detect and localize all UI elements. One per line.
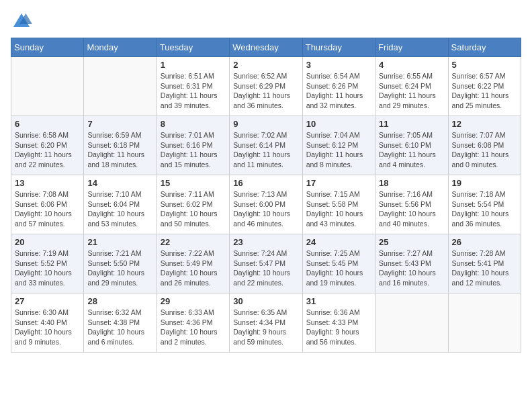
logo — [11, 11, 35, 32]
day-info: Sunrise: 6:35 AMSunset: 4:34 PMDaylight:… — [233, 308, 298, 347]
calendar-cell: 31Sunrise: 6:36 AMSunset: 4:33 PMDayligh… — [302, 293, 375, 353]
day-info: Sunrise: 7:22 AMSunset: 5:49 PMDaylight:… — [161, 248, 226, 288]
day-info: Sunrise: 7:08 AMSunset: 6:06 PMDaylight:… — [15, 189, 80, 229]
day-of-week-header: Sunday — [11, 38, 84, 57]
day-info: Sunrise: 7:27 AMSunset: 5:43 PMDaylight:… — [379, 248, 444, 288]
calendar-cell: 21Sunrise: 7:21 AMSunset: 5:50 PMDayligh… — [84, 234, 157, 293]
day-of-week-header: Friday — [375, 38, 448, 57]
page-header — [11, 11, 521, 32]
day-info: Sunrise: 7:05 AMSunset: 6:10 PMDaylight:… — [379, 130, 444, 170]
day-number: 30 — [233, 296, 298, 306]
calendar-cell: 22Sunrise: 7:22 AMSunset: 5:49 PMDayligh… — [157, 234, 229, 293]
day-info: Sunrise: 7:10 AMSunset: 6:04 PMDaylight:… — [87, 189, 152, 229]
day-of-week-header: Tuesday — [157, 38, 229, 57]
day-number: 7 — [87, 119, 152, 129]
day-info: Sunrise: 6:32 AMSunset: 4:38 PMDaylight:… — [87, 308, 152, 347]
calendar-cell: 30Sunrise: 6:35 AMSunset: 4:34 PMDayligh… — [230, 293, 302, 353]
day-info: Sunrise: 7:11 AMSunset: 6:02 PMDaylight:… — [161, 189, 226, 229]
calendar-week-row: 20Sunrise: 7:19 AMSunset: 5:52 PMDayligh… — [11, 234, 521, 293]
day-number: 13 — [15, 178, 80, 188]
day-info: Sunrise: 7:25 AMSunset: 5:45 PMDaylight:… — [306, 248, 371, 288]
day-number: 5 — [452, 60, 517, 70]
day-number: 31 — [306, 296, 371, 306]
day-info: Sunrise: 7:19 AMSunset: 5:52 PMDaylight:… — [15, 248, 80, 288]
calendar-cell: 7Sunrise: 6:59 AMSunset: 6:18 PMDaylight… — [84, 116, 157, 175]
calendar-cell: 6Sunrise: 6:58 AMSunset: 6:20 PMDaylight… — [11, 116, 84, 175]
calendar-cell: 10Sunrise: 7:04 AMSunset: 6:12 PMDayligh… — [302, 116, 375, 175]
day-number: 4 — [379, 60, 444, 70]
day-number: 19 — [452, 178, 517, 188]
calendar-week-row: 6Sunrise: 6:58 AMSunset: 6:20 PMDaylight… — [11, 116, 521, 175]
calendar-cell — [84, 57, 157, 116]
day-number: 14 — [87, 178, 152, 188]
day-of-week-header: Saturday — [448, 38, 521, 57]
day-number: 3 — [306, 60, 371, 70]
calendar-cell: 20Sunrise: 7:19 AMSunset: 5:52 PMDayligh… — [11, 234, 84, 293]
calendar-cell: 29Sunrise: 6:33 AMSunset: 4:36 PMDayligh… — [157, 293, 229, 353]
calendar-week-row: 27Sunrise: 6:30 AMSunset: 4:40 PMDayligh… — [11, 293, 521, 353]
calendar-cell: 8Sunrise: 7:01 AMSunset: 6:16 PMDaylight… — [157, 116, 229, 175]
day-of-week-header: Wednesday — [230, 38, 302, 57]
day-number: 24 — [306, 237, 371, 247]
day-info: Sunrise: 7:21 AMSunset: 5:50 PMDaylight:… — [87, 248, 152, 288]
day-number: 1 — [161, 60, 226, 70]
day-number: 18 — [379, 178, 444, 188]
day-info: Sunrise: 6:33 AMSunset: 4:36 PMDaylight:… — [161, 308, 226, 347]
calendar-cell: 4Sunrise: 6:55 AMSunset: 6:24 PMDaylight… — [375, 57, 448, 116]
calendar-cell: 13Sunrise: 7:08 AMSunset: 6:06 PMDayligh… — [11, 175, 84, 234]
calendar-cell — [11, 57, 84, 116]
calendar-cell: 3Sunrise: 6:54 AMSunset: 6:26 PMDaylight… — [302, 57, 375, 116]
day-info: Sunrise: 6:51 AMSunset: 6:31 PMDaylight:… — [161, 71, 226, 111]
day-number: 29 — [161, 296, 226, 306]
day-number: 6 — [15, 119, 80, 129]
day-number: 15 — [161, 178, 226, 188]
day-info: Sunrise: 7:04 AMSunset: 6:12 PMDaylight:… — [306, 130, 371, 170]
day-number: 2 — [233, 60, 298, 70]
day-info: Sunrise: 7:16 AMSunset: 5:56 PMDaylight:… — [379, 189, 444, 229]
calendar-cell: 1Sunrise: 6:51 AMSunset: 6:31 PMDaylight… — [157, 57, 229, 116]
calendar-cell: 17Sunrise: 7:15 AMSunset: 5:58 PMDayligh… — [302, 175, 375, 234]
day-number: 12 — [452, 119, 517, 129]
day-number: 21 — [87, 237, 152, 247]
calendar-cell: 25Sunrise: 7:27 AMSunset: 5:43 PMDayligh… — [375, 234, 448, 293]
day-number: 25 — [379, 237, 444, 247]
calendar-cell: 2Sunrise: 6:52 AMSunset: 6:29 PMDaylight… — [230, 57, 302, 116]
calendar-cell: 5Sunrise: 6:57 AMSunset: 6:22 PMDaylight… — [448, 57, 521, 116]
day-info: Sunrise: 6:36 AMSunset: 4:33 PMDaylight:… — [306, 308, 371, 347]
calendar-cell: 14Sunrise: 7:10 AMSunset: 6:04 PMDayligh… — [84, 175, 157, 234]
calendar-cell: 27Sunrise: 6:30 AMSunset: 4:40 PMDayligh… — [11, 293, 84, 353]
calendar-cell: 16Sunrise: 7:13 AMSunset: 6:00 PMDayligh… — [230, 175, 302, 234]
day-number: 23 — [233, 237, 298, 247]
calendar-week-row: 13Sunrise: 7:08 AMSunset: 6:06 PMDayligh… — [11, 175, 521, 234]
day-info: Sunrise: 7:28 AMSunset: 5:41 PMDaylight:… — [452, 248, 517, 288]
day-number: 10 — [306, 119, 371, 129]
day-info: Sunrise: 6:57 AMSunset: 6:22 PMDaylight:… — [452, 71, 517, 111]
day-info: Sunrise: 6:30 AMSunset: 4:40 PMDaylight:… — [15, 308, 80, 347]
day-info: Sunrise: 6:58 AMSunset: 6:20 PMDaylight:… — [15, 130, 80, 170]
calendar-cell: 9Sunrise: 7:02 AMSunset: 6:14 PMDaylight… — [230, 116, 302, 175]
calendar-cell: 18Sunrise: 7:16 AMSunset: 5:56 PMDayligh… — [375, 175, 448, 234]
calendar-cell: 15Sunrise: 7:11 AMSunset: 6:02 PMDayligh… — [157, 175, 229, 234]
calendar-header-row: SundayMondayTuesdayWednesdayThursdayFrid… — [11, 38, 521, 57]
day-number: 22 — [161, 237, 226, 247]
day-info: Sunrise: 7:02 AMSunset: 6:14 PMDaylight:… — [233, 130, 298, 170]
calendar-cell: 11Sunrise: 7:05 AMSunset: 6:10 PMDayligh… — [375, 116, 448, 175]
day-of-week-header: Thursday — [302, 38, 375, 57]
calendar-cell — [448, 293, 521, 353]
day-number: 9 — [233, 119, 298, 129]
calendar-cell: 23Sunrise: 7:24 AMSunset: 5:47 PMDayligh… — [230, 234, 302, 293]
logo-icon — [11, 11, 32, 32]
day-number: 27 — [15, 296, 80, 306]
day-info: Sunrise: 7:13 AMSunset: 6:00 PMDaylight:… — [233, 189, 298, 229]
day-number: 26 — [452, 237, 517, 247]
day-info: Sunrise: 6:55 AMSunset: 6:24 PMDaylight:… — [379, 71, 444, 111]
calendar: SundayMondayTuesdayWednesdayThursdayFrid… — [11, 38, 521, 353]
day-info: Sunrise: 7:15 AMSunset: 5:58 PMDaylight:… — [306, 189, 371, 229]
day-number: 16 — [233, 178, 298, 188]
day-info: Sunrise: 7:18 AMSunset: 5:54 PMDaylight:… — [452, 189, 517, 229]
day-number: 20 — [15, 237, 80, 247]
day-number: 28 — [87, 296, 152, 306]
calendar-cell: 19Sunrise: 7:18 AMSunset: 5:54 PMDayligh… — [448, 175, 521, 234]
day-info: Sunrise: 7:01 AMSunset: 6:16 PMDaylight:… — [161, 130, 226, 170]
calendar-cell: 12Sunrise: 7:07 AMSunset: 6:08 PMDayligh… — [448, 116, 521, 175]
